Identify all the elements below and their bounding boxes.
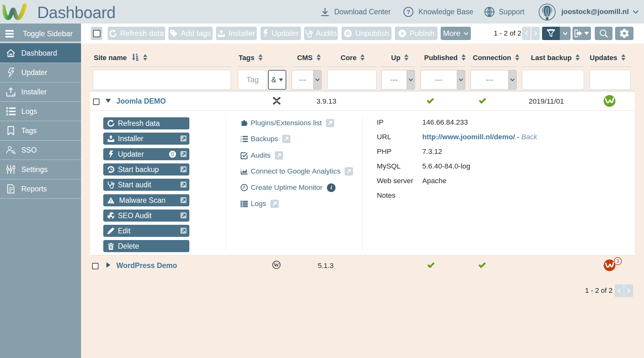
svg-text:W: W xyxy=(274,262,279,268)
svg-text:3: 3 xyxy=(241,140,242,142)
svg-text:2: 2 xyxy=(241,138,242,140)
svg-text:1: 1 xyxy=(241,135,242,138)
svg-text:?: ? xyxy=(407,9,410,15)
